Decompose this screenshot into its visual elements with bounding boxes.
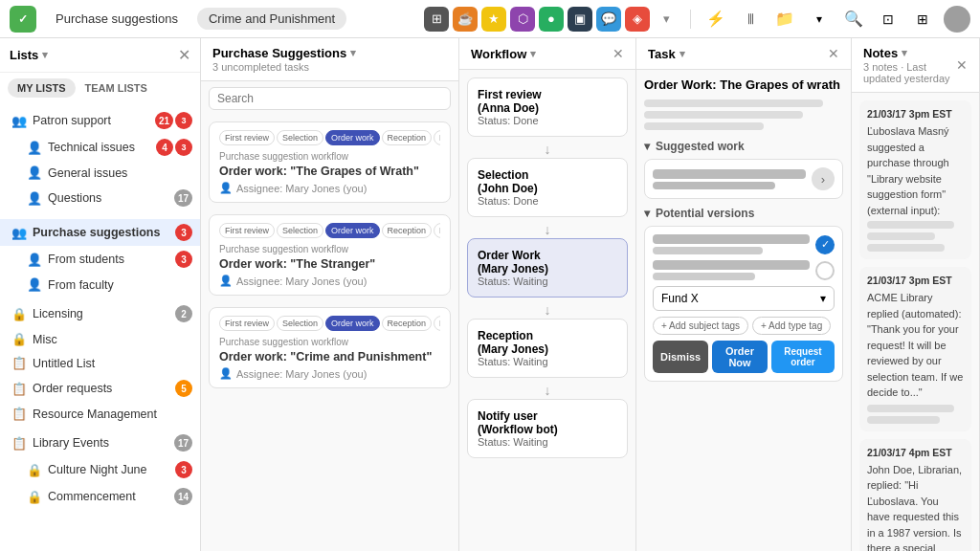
vr-lines-2 bbox=[653, 260, 810, 280]
tasks-col-subtitle: 3 uncompleted tasks bbox=[212, 61, 356, 73]
sw-line-2 bbox=[653, 182, 775, 189]
licensing-badge: 2 bbox=[175, 305, 192, 322]
students-label: From students bbox=[48, 253, 175, 266]
task-col-header: Task ▾ ✕ bbox=[636, 38, 851, 70]
task-card-0[interactable]: First review Selection Order work Recept… bbox=[209, 121, 451, 203]
notes-close-btn[interactable]: ✕ bbox=[956, 57, 968, 73]
task-title-2: Order work: "Crime and Punishment" bbox=[219, 350, 440, 364]
task-card-1[interactable]: First review Selection Order work Recept… bbox=[209, 214, 451, 296]
wf-arrow-2: ↓ bbox=[467, 223, 628, 236]
sidebar-item-general[interactable]: 👤 General issues bbox=[0, 161, 200, 185]
sidebar-item-technical[interactable]: 👤 Technical issues 4 3 bbox=[0, 134, 200, 161]
app-icon-5[interactable]: ● bbox=[539, 7, 564, 32]
sidebar-item-from-students[interactable]: 👤 From students 3 bbox=[0, 246, 200, 273]
app-icon-4[interactable]: ⬡ bbox=[510, 7, 535, 32]
wf-step-order-work[interactable]: Order Work(Mary Jones) Status: Waiting bbox=[467, 238, 628, 298]
search-icon[interactable]: 🔍 bbox=[840, 6, 867, 33]
sidebar-item-patron-support[interactable]: 👥 Patron support 21 3 bbox=[0, 107, 200, 134]
wf-step-first-review[interactable]: First review(Anna Doe) Status: Done bbox=[467, 77, 628, 137]
bookmark-icon[interactable]: ⫴ bbox=[737, 6, 764, 33]
sidebar-item-culture-night[interactable]: 🔒 Culture Night June 3 bbox=[0, 456, 200, 483]
tab-purchase-suggestions[interactable]: Purchase suggestions bbox=[44, 8, 189, 30]
potential-versions-header[interactable]: ▾ Potential versions bbox=[644, 207, 843, 220]
workflow-column: Workflow ▾ ✕ First review(Anna Doe) Stat… bbox=[459, 38, 636, 551]
tasks-search-area bbox=[201, 81, 458, 116]
sidebar-item-library-events[interactable]: 📋 Library Events 17 bbox=[0, 430, 200, 456]
sidebar-item-questions[interactable]: 👤 Questions 17 bbox=[0, 185, 200, 211]
wf-step-notify[interactable]: Notify user(Workflow bot) Status: Waitin… bbox=[467, 399, 628, 458]
app-icon-3[interactable]: ★ bbox=[481, 7, 506, 32]
layout-icon[interactable]: ⊡ bbox=[875, 6, 902, 33]
folder-icon[interactable]: 📁 bbox=[771, 6, 798, 33]
team-lists-tab[interactable]: TEAM LISTS bbox=[76, 78, 157, 98]
assignee-icon-2: 👤 bbox=[219, 367, 233, 380]
app-icon-2[interactable]: ☕ bbox=[453, 7, 478, 32]
task-type-2: Purchase suggestion workflow bbox=[219, 337, 440, 347]
notes-col-title: Notes ▾ bbox=[863, 46, 956, 60]
sidebar-item-licensing[interactable]: 🔒 Licensing 2 bbox=[0, 300, 200, 327]
fund-select-btn[interactable]: Fund X ▾ bbox=[653, 286, 835, 311]
step-selection-0: Selection bbox=[277, 130, 323, 145]
order-now-btn[interactable]: Order Now bbox=[712, 341, 768, 373]
vr-check-icon[interactable]: ✓ bbox=[815, 235, 835, 254]
request-order-btn[interactable]: Request order bbox=[771, 341, 835, 373]
tab-crime-punishment[interactable]: Crime and Punishment bbox=[197, 8, 346, 30]
note-text-2: John Doe, Librarian, replied: "Hi Ľubosl… bbox=[867, 462, 964, 552]
wf-step-selection[interactable]: Selection(John Doe) Status: Done bbox=[467, 158, 628, 217]
sidebar-item-resource-mgmt[interactable]: 📋 Resource Management bbox=[0, 402, 200, 426]
suggested-work-header[interactable]: ▾ Suggested work bbox=[644, 140, 843, 153]
sidebar-item-order-requests[interactable]: 📋 Order requests 5 bbox=[0, 375, 200, 402]
add-type-tag-btn[interactable]: + Add type tag bbox=[752, 317, 831, 335]
task-type-1: Purchase suggestion workflow bbox=[219, 244, 440, 254]
events-icon: 📋 bbox=[11, 436, 27, 451]
app-icon-7[interactable]: 💬 bbox=[596, 7, 621, 32]
task-detail-placeholder bbox=[644, 99, 843, 130]
students-badge: 3 bbox=[175, 251, 192, 268]
sidebar-item-commencement[interactable]: 🔒 Commencement 14 bbox=[0, 483, 200, 510]
sw-line-1 bbox=[653, 169, 806, 179]
note-text-0: Ľuboslava Masný suggested a purchase thr… bbox=[867, 123, 964, 218]
notes-col-header: Notes ▾ 3 notes · Last updated yesterday… bbox=[852, 38, 979, 93]
folder-chevron[interactable]: ▾ bbox=[806, 6, 833, 33]
flash-icon[interactable]: ⚡ bbox=[702, 6, 729, 33]
wf-arrow-3: ↓ bbox=[467, 303, 628, 317]
sidebar-item-misc[interactable]: 🔒 Misc bbox=[0, 327, 200, 351]
grid-icon[interactable]: ⊞ bbox=[909, 6, 936, 33]
workflow-close-btn[interactable]: ✕ bbox=[612, 46, 624, 61]
app-icon-1[interactable]: ⊞ bbox=[424, 7, 449, 32]
task-card-2[interactable]: First review Selection Order work Recept… bbox=[209, 307, 451, 388]
sw-lines bbox=[653, 169, 806, 189]
note-time-0: 21/03/17 3pm EST bbox=[867, 108, 964, 120]
sw-arrow-btn[interactable]: › bbox=[812, 167, 835, 190]
patron-label: Patron support bbox=[33, 114, 155, 127]
questions-icon: 👤 bbox=[27, 191, 42, 206]
wf-step-reception[interactable]: Reception(Mary Jones) Status: Waiting bbox=[467, 319, 628, 378]
students-icon: 👤 bbox=[27, 253, 42, 267]
chevron-more[interactable]: ▾ bbox=[654, 7, 679, 32]
app-icon-8[interactable]: ◈ bbox=[625, 7, 650, 32]
sidebar-close-btn[interactable]: ✕ bbox=[178, 46, 190, 64]
user-avatar[interactable] bbox=[944, 6, 970, 33]
my-lists-tab[interactable]: MY LISTS bbox=[8, 78, 76, 98]
dismiss-btn[interactable]: Dismiss bbox=[653, 341, 708, 373]
sidebar-item-purchase-suggestions[interactable]: 👥 Purchase suggestions 3 bbox=[0, 219, 200, 246]
licensing-label: Licensing bbox=[33, 307, 175, 320]
sidebar-item-from-faculty[interactable]: 👤 From faculty bbox=[0, 273, 200, 297]
tasks-search-input[interactable] bbox=[209, 87, 451, 110]
version-row-1: ✓ bbox=[653, 234, 835, 254]
culture-badge: 3 bbox=[175, 461, 192, 478]
sidebar-section-purchase: 👥 Purchase suggestions 3 👤 From students… bbox=[0, 215, 200, 300]
patron-badge2: 3 bbox=[175, 112, 192, 129]
app-icon-6[interactable]: ▣ bbox=[568, 7, 592, 32]
sidebar-item-untitled[interactable]: 📋 Untitled List bbox=[0, 351, 200, 375]
events-label: Library Events bbox=[33, 436, 174, 450]
tasks-column: Purchase Suggestions ▾ 3 uncompleted tas… bbox=[201, 38, 459, 551]
questions-badge: 17 bbox=[174, 189, 192, 207]
add-subject-tags-btn[interactable]: + Add subject tags bbox=[653, 317, 748, 335]
task-close-btn[interactable]: ✕ bbox=[828, 46, 839, 61]
general-icon: 👤 bbox=[27, 165, 42, 180]
vr-circle[interactable] bbox=[815, 261, 835, 280]
sidebar-section-patron: 👥 Patron support 21 3 👤 Technical issues… bbox=[0, 103, 200, 215]
lists-chevron: ▾ bbox=[42, 49, 48, 61]
notes-panel: 21/03/17 3pm EST Ľuboslava Masný suggest… bbox=[852, 93, 979, 551]
